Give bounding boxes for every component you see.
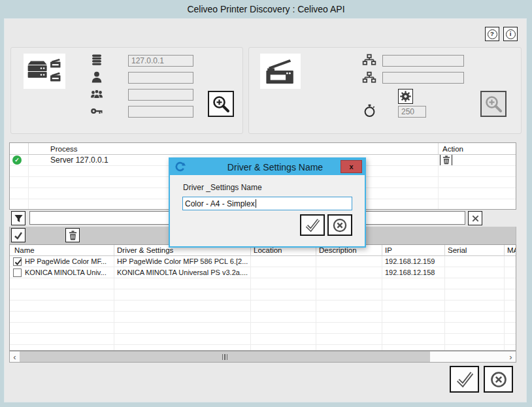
window-title: Celiveo Printer Discovery : Celiveo API	[0, 0, 532, 18]
ip-column-header: IP	[382, 245, 445, 256]
trash-icon	[442, 155, 450, 165]
server-icon	[90, 54, 105, 68]
ip-range-start-input[interactable]	[382, 55, 464, 67]
network-range-start-icon	[362, 54, 378, 69]
key-icon	[90, 105, 105, 119]
trash-icon	[69, 231, 77, 240]
process-column-header: Process	[29, 143, 439, 155]
printer-location	[251, 256, 316, 267]
magnifier-plus-icon	[212, 95, 230, 113]
empty-row	[10, 323, 516, 334]
info-button[interactable]: i	[503, 27, 518, 41]
circled-x-icon	[489, 370, 508, 389]
scrollbar-thumb[interactable]	[20, 351, 430, 362]
info-icon: i	[506, 29, 516, 39]
funnel-icon	[14, 214, 24, 223]
magnifier-plus-icon	[484, 95, 503, 113]
check-icon	[455, 370, 474, 388]
printer-driver: KONICA MINOLTA Universal PS v3.2a....	[114, 267, 251, 278]
printer-mac	[505, 267, 516, 278]
timeout-input[interactable]	[398, 106, 426, 118]
scroll-left-arrow[interactable]: ‹	[10, 351, 20, 362]
server-search-button[interactable]	[208, 91, 234, 117]
filter-button[interactable]	[11, 211, 25, 225]
servers-printers-icon	[24, 54, 65, 89]
clear-x-icon	[471, 214, 480, 223]
help-button[interactable]: ?	[485, 27, 499, 41]
dialog-title: Driver & Settings Name	[186, 162, 365, 172]
printer-driver: HP PageWide Color MFP 586 PCL 6.[2...	[114, 256, 251, 267]
action-column-header: Action	[439, 143, 516, 155]
gear-icon	[400, 91, 411, 102]
server-username-input[interactable]	[128, 72, 193, 84]
printer-row-checkbox[interactable]	[13, 269, 22, 277]
printer-ip: 192.168.12.159	[382, 256, 445, 267]
circled-x-icon	[331, 217, 348, 234]
driver-settings-dialog: Driver & Settings Name x Driver _Setting…	[169, 157, 366, 248]
empty-row	[10, 334, 516, 345]
dialog-confirm-button[interactable]	[300, 214, 325, 236]
delete-process-button[interactable]	[440, 155, 452, 166]
confirm-button[interactable]	[450, 366, 479, 393]
mac-column-header: MAC	[505, 245, 516, 256]
empty-row	[10, 312, 516, 323]
server-group-input[interactable]	[128, 89, 193, 101]
server-password-input[interactable]	[128, 106, 193, 118]
driver-settings-name-input[interactable]: Color - A4 - Simplex	[182, 197, 352, 210]
printer-description	[316, 256, 382, 267]
discovery-settings-button[interactable]	[398, 89, 413, 104]
group-icon	[90, 88, 105, 102]
mfp-printer-icon	[260, 54, 301, 89]
refresh-icon	[175, 161, 186, 172]
printer-description	[316, 267, 382, 278]
ip-range-end-input[interactable]	[382, 72, 464, 84]
printers-table: Name Driver & Settings Location Descript…	[9, 244, 516, 351]
dialog-titlebar: Driver & Settings Name x	[170, 159, 365, 175]
name-column-header: Name	[10, 245, 114, 256]
horizontal-scrollbar[interactable]: ‹ ›	[9, 351, 516, 363]
process-status-column-header	[10, 143, 29, 155]
empty-row	[10, 278, 516, 289]
printer-name: KONICA MINOLTA Univ...	[25, 267, 107, 278]
select-all-button[interactable]	[11, 228, 25, 242]
dialog-close-button[interactable]: x	[341, 160, 362, 173]
printer-row[interactable]: KONICA MINOLTA Univ... KONICA MINOLTA Un…	[10, 267, 516, 278]
clear-filter-button[interactable]	[468, 211, 482, 225]
printer-serial	[445, 256, 505, 267]
printer-location	[251, 267, 316, 278]
printer-row-checkbox[interactable]	[13, 257, 22, 266]
timeout-timer-icon	[363, 104, 377, 118]
check-icon	[13, 230, 24, 240]
printer-serial	[445, 267, 505, 278]
status-success-icon: ✓	[12, 155, 22, 165]
user-icon	[90, 71, 105, 85]
serial-column-header: Serial	[445, 245, 505, 256]
check-icon	[304, 218, 321, 233]
server-address-input[interactable]	[128, 55, 193, 67]
dialog-cancel-button[interactable]	[327, 214, 352, 236]
delete-selected-button[interactable]	[65, 228, 80, 242]
process-table-header: Process Action	[10, 143, 516, 155]
help-icon: ?	[488, 29, 497, 39]
scroll-right-arrow[interactable]: ›	[506, 351, 516, 362]
printer-mac	[505, 256, 516, 267]
scrollbar-track[interactable]	[430, 351, 506, 362]
text-caret	[256, 199, 256, 208]
empty-row	[10, 289, 516, 301]
network-range-end-icon	[362, 71, 378, 87]
cancel-button[interactable]	[484, 366, 513, 393]
printer-name: HP PageWide Color MF...	[25, 256, 107, 267]
printer-ip: 192.168.12.158	[382, 267, 445, 278]
empty-row	[10, 345, 516, 351]
printer-row[interactable]: HP PageWide Color MF... HP PageWide Colo…	[10, 256, 516, 267]
empty-row	[10, 301, 516, 312]
printer-search-button[interactable]	[480, 91, 507, 117]
dialog-field-label: Driver _Settings Name	[183, 183, 262, 192]
